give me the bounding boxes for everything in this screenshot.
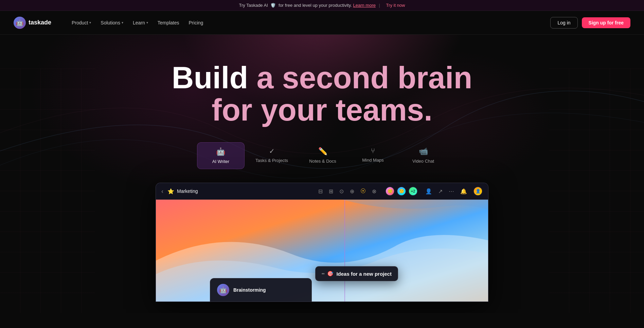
mindmaps-icon: ⑂ (371, 147, 375, 155)
tool-table-icon[interactable]: ⊕ (348, 187, 356, 196)
back-button[interactable]: ‹ (161, 188, 163, 195)
ideas-text: Ideas for a new project (336, 271, 392, 277)
logo[interactable]: 🤖 taskade (14, 17, 51, 29)
wallpaper-waves (156, 200, 488, 302)
tasks-icon: ✓ (269, 147, 275, 155)
avatar-2: 🙂 (397, 186, 406, 196)
user-avatar: 👤 (473, 186, 483, 196)
hero-title-rest-line1: a second brain (256, 61, 472, 95)
tool-grid-icon[interactable]: ⊞ (327, 187, 335, 196)
app-wallpaper (156, 200, 488, 302)
ideas-emoji: 🎯 (327, 271, 334, 277)
avatar-1: 😊 (385, 186, 395, 196)
app-content: •• 🎯 Ideas for a new project 🤖 Brainstor… (156, 200, 488, 302)
nav-templates-label: Templates (158, 20, 179, 25)
nav-item-solutions[interactable]: Solutions ▾ (96, 17, 127, 28)
videochat-icon: 📹 (419, 147, 428, 156)
project-name: Marketing (177, 188, 198, 194)
app-titlebar: ‹ ⭐ Marketing ⊟ ⊞ ⊙ ⊕ ⦿ ⊗ 😊 🙂 +2 👤 ↗ ⋯ (156, 183, 488, 200)
tab-notes-docs[interactable]: ✏️ Notes & Docs (299, 142, 346, 169)
ai-writer-icon: 🤖 (216, 147, 225, 156)
tool-member-icon[interactable]: 👤 (424, 187, 433, 196)
banner-text: Try Taskade AI (239, 3, 268, 8)
ideas-bubble: •• 🎯 Ideas for a new project (315, 266, 398, 281)
tasks-label: Tasks & Projects (255, 158, 288, 163)
nav-item-learn[interactable]: Learn ▾ (129, 17, 152, 28)
tool-list-icon[interactable]: ⊟ (317, 187, 324, 196)
nav-links: Product ▾ Solutions ▾ Learn ▾ Templates … (68, 17, 550, 28)
chat-text: Brainstorming (233, 287, 266, 293)
logo-text: taskade (29, 19, 51, 26)
chat-avatar-emoji: 🤖 (219, 286, 227, 294)
logo-emoji: 🤖 (16, 19, 23, 26)
avatar-count: +2 (408, 186, 418, 196)
nav-solutions-label: Solutions (101, 20, 120, 25)
chat-avatar: 🤖 (217, 284, 229, 296)
banner-middle-text: for free and level up your productivity. (279, 3, 352, 8)
nav-learn-arrow: ▾ (146, 21, 148, 24)
tool-more-icon[interactable]: ⊗ (371, 187, 378, 196)
nav-product-label: Product (72, 20, 88, 25)
project-emoji: ⭐ (167, 188, 174, 195)
tool-link-icon[interactable]: ↗ (437, 187, 444, 196)
ideas-dot: •• (322, 271, 324, 276)
vertical-divider-line (344, 200, 345, 302)
notes-label: Notes & Docs (309, 159, 336, 164)
tool-kanban-icon[interactable]: ⊙ (338, 187, 345, 196)
tool-bell-icon[interactable]: 🔔 (459, 187, 468, 196)
brainstorming-chat-preview: 🤖 Brainstorming (210, 278, 312, 302)
ai-writer-label: AI Writer (212, 159, 229, 164)
app-preview-window: ‹ ⭐ Marketing ⊟ ⊞ ⊙ ⊕ ⦿ ⊗ 😊 🙂 +2 👤 ↗ ⋯ (156, 183, 488, 302)
tab-video-chat[interactable]: 📹 Video Chat (399, 142, 447, 169)
titlebar-avatars: 😊 🙂 +2 (385, 186, 418, 196)
nav-item-templates[interactable]: Templates (154, 17, 183, 28)
nav-solutions-arrow: ▾ (122, 21, 123, 24)
nav-pricing-label: Pricing (189, 20, 203, 25)
videochat-label: Video Chat (412, 159, 434, 164)
tool-overflow-icon[interactable]: ⋯ (447, 187, 455, 196)
hero-section: Build a second brain for your teams. 🤖 A… (0, 35, 644, 313)
nav-learn-label: Learn (133, 20, 145, 25)
feature-tabs: 🤖 AI Writer ✓ Tasks & Projects ✏️ Notes … (14, 142, 630, 169)
login-button[interactable]: Log in (550, 17, 577, 29)
mindmaps-label: Mind Maps (362, 158, 384, 163)
hero-title-line2: for your teams. (212, 93, 432, 127)
titlebar-tools: ⊟ ⊞ ⊙ ⊕ ⦿ ⊗ 😊 🙂 +2 👤 ↗ ⋯ 🔔 👤 (317, 186, 483, 196)
logo-icon: 🤖 (14, 17, 26, 29)
hero-title-word-build: Build (172, 61, 256, 95)
nav-item-product[interactable]: Product ▾ (68, 17, 95, 28)
tab-mind-maps[interactable]: ⑂ Mind Maps (349, 142, 397, 169)
nav-product-arrow: ▾ (89, 21, 91, 24)
top-banner: Try Taskade AI 🛡️ for free and level up … (0, 0, 644, 11)
project-title: ⭐ Marketing (167, 188, 198, 195)
ai-badge: 🛡️ (270, 3, 276, 8)
nav-item-pricing[interactable]: Pricing (185, 17, 208, 28)
navbar: 🤖 taskade Product ▾ Solutions ▾ Learn ▾ … (0, 11, 644, 35)
banner-separator: | (379, 3, 380, 8)
tool-share-icon[interactable]: ⦿ (359, 187, 367, 196)
tab-tasks-projects[interactable]: ✓ Tasks & Projects (247, 142, 296, 169)
tab-ai-writer[interactable]: 🤖 AI Writer (197, 142, 245, 169)
banner-try-now[interactable]: Try it now (386, 3, 405, 8)
notes-icon: ✏️ (318, 147, 327, 156)
banner-learn-more[interactable]: Learn more (353, 3, 375, 8)
hero-title: Build a second brain for your teams. (14, 62, 630, 126)
signup-button[interactable]: Sign up for free (582, 17, 630, 28)
nav-actions: Log in Sign up for free (550, 17, 630, 29)
